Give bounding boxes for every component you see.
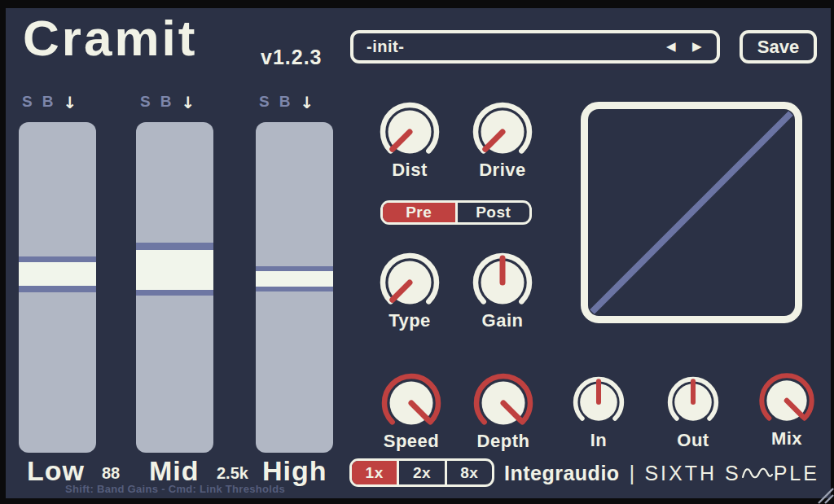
low-threshold-bottom-line bbox=[19, 286, 96, 292]
mix-knob[interactable]: Mix bbox=[754, 368, 819, 433]
speed-knob[interactable]: Speed bbox=[379, 370, 444, 436]
band-high-buttons: S B ↓ bbox=[259, 93, 314, 112]
preset-next-button[interactable]: ▶ bbox=[692, 39, 702, 54]
letterbox-right bbox=[831, 0, 834, 504]
prepost-option-pre[interactable]: Pre bbox=[383, 203, 455, 222]
depth-knob[interactable]: Depth bbox=[471, 370, 536, 436]
dist-knob[interactable]: Dist bbox=[377, 99, 442, 164]
band-mid-arrow-button[interactable]: ↓ bbox=[181, 93, 195, 112]
version-label: v1.2.3 bbox=[261, 46, 323, 69]
low-threshold-band[interactable] bbox=[19, 262, 96, 286]
letterbox-bottom bbox=[0, 498, 834, 504]
out-knob-label: Out bbox=[644, 430, 742, 451]
plugin-window: Cramit v1.2.3 -init- ◀ ▶ Save S B ↓ S B … bbox=[0, 0, 834, 504]
save-button[interactable]: Save bbox=[740, 30, 817, 64]
mix-knob-label: Mix bbox=[738, 428, 834, 449]
preset-selector[interactable]: -init- ◀ ▶ bbox=[350, 30, 720, 64]
band-low-solo-button[interactable]: S bbox=[22, 93, 33, 112]
band-high-bypass-button[interactable]: B bbox=[279, 93, 291, 112]
oversampling-option-8x[interactable]: 8x bbox=[445, 461, 492, 484]
mid-threshold-band[interactable] bbox=[136, 250, 213, 290]
type-knob[interactable]: Type bbox=[377, 250, 442, 315]
band-mid-bypass-button[interactable]: B bbox=[160, 93, 172, 112]
prepost-toggle: Pre Post bbox=[380, 200, 532, 225]
brand-sixth-sample-suffix: PLE bbox=[774, 462, 819, 485]
in-knob-label: In bbox=[550, 430, 647, 451]
band-slider-high[interactable] bbox=[256, 122, 333, 453]
mid-threshold-top-line bbox=[136, 243, 213, 250]
band-low-buttons: S B ↓ bbox=[22, 93, 77, 112]
brand-separator: | bbox=[630, 461, 635, 486]
mid-threshold-bottom-line bbox=[136, 290, 213, 296]
drive-knob[interactable]: Drive bbox=[470, 99, 535, 164]
gain-knob-label: Gain bbox=[454, 310, 551, 331]
crossover-low-mid-value[interactable]: 88 bbox=[102, 465, 120, 481]
transfer-curve-display bbox=[581, 102, 802, 323]
band-slider-mid[interactable] bbox=[136, 122, 213, 453]
brand-integraudio: Integraudio bbox=[504, 462, 620, 485]
prepost-option-post[interactable]: Post bbox=[455, 203, 530, 222]
band-mid-buttons: S B ↓ bbox=[140, 93, 195, 112]
oversampling-toggle: 1x 2x 8x bbox=[349, 458, 494, 487]
transfer-curve-line bbox=[588, 109, 795, 316]
out-knob[interactable]: Out bbox=[661, 370, 726, 435]
preset-value: -init- bbox=[367, 37, 404, 56]
wave-icon bbox=[742, 463, 773, 483]
dist-knob-label: Dist bbox=[361, 160, 459, 181]
high-threshold-band[interactable] bbox=[256, 271, 333, 287]
band-low-bypass-button[interactable]: B bbox=[42, 93, 54, 112]
in-knob[interactable]: In bbox=[566, 370, 631, 435]
drive-knob-label: Drive bbox=[454, 160, 551, 181]
band-label-mid: Mid bbox=[149, 457, 200, 484]
preset-prev-button[interactable]: ◀ bbox=[666, 39, 676, 54]
type-knob-label: Type bbox=[361, 310, 459, 331]
resize-grip[interactable] bbox=[813, 483, 834, 504]
gain-knob[interactable]: Gain bbox=[470, 250, 535, 315]
band-high-solo-button[interactable]: S bbox=[259, 93, 270, 112]
brand-sixth-sample: SIXTH S PLE bbox=[644, 462, 819, 485]
hint-text: Shift: Band Gains - Cmd: Link Thresholds bbox=[0, 483, 350, 495]
crossover-mid-high-value[interactable]: 2.5k bbox=[217, 465, 248, 481]
page-title: Cramit bbox=[23, 13, 197, 64]
low-threshold-top-line bbox=[19, 256, 96, 262]
band-label-high: High bbox=[262, 457, 327, 484]
brand-sixth-sample-prefix: SIXTH S bbox=[644, 462, 740, 485]
high-threshold-bottom-line bbox=[256, 287, 333, 291]
band-high-arrow-button[interactable]: ↓ bbox=[300, 93, 314, 112]
letterbox-top bbox=[0, 0, 834, 8]
oversampling-option-1x[interactable]: 1x bbox=[352, 461, 397, 484]
band-low-arrow-button[interactable]: ↓ bbox=[63, 93, 77, 112]
footer-branding: Integraudio | SIXTH S PLE bbox=[504, 459, 819, 487]
band-label-low: Low bbox=[27, 457, 85, 484]
letterbox-left bbox=[0, 0, 6, 504]
band-slider-low[interactable] bbox=[19, 122, 96, 453]
band-mid-solo-button[interactable]: S bbox=[140, 93, 151, 112]
depth-knob-label: Depth bbox=[454, 431, 552, 452]
speed-knob-label: Speed bbox=[362, 431, 460, 452]
oversampling-option-2x[interactable]: 2x bbox=[397, 461, 444, 484]
